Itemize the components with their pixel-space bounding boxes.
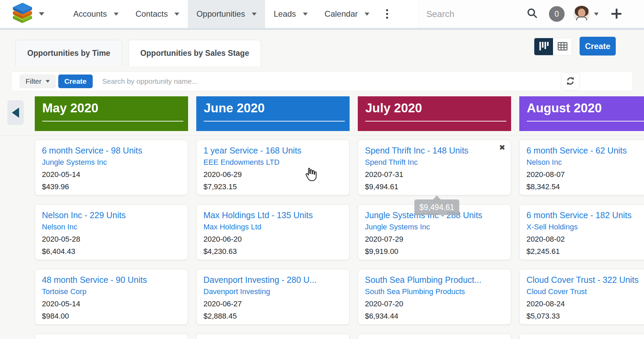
nav-item-contacts[interactable]: Contacts <box>127 0 188 28</box>
close-date: 2020-05-14 <box>42 298 181 310</box>
profile-caret-icon <box>594 13 599 16</box>
nav-more-button[interactable] <box>378 0 396 28</box>
filter-dropdown-button[interactable]: Filter <box>20 75 56 88</box>
column-cards: ✖ 6 month Service - 98 Units Jungle Syst… <box>35 140 188 339</box>
refresh-button[interactable] <box>561 72 580 90</box>
account-name-link[interactable]: EEE Endowments LTD <box>203 156 342 168</box>
chevron-down-icon <box>252 13 257 16</box>
account-name-link[interactable]: Nelson Inc <box>526 156 644 168</box>
notification-badge[interactable]: 0 <box>549 6 565 22</box>
app-logo-icon[interactable] <box>13 3 32 25</box>
column-header: July 2020 <box>358 96 511 131</box>
top-nav: Accounts Contacts Opportunities Leads Ca… <box>0 0 644 28</box>
opportunity-amount: $9,919.00 <box>365 245 504 258</box>
opportunity-card: ✖ 6 month Service - 182 Units X-Sell Hol… <box>519 204 644 260</box>
account-name-link[interactable]: Nelson Inc <box>42 221 181 233</box>
account-name-link[interactable]: X-Sell Holdings <box>526 221 644 233</box>
opportunity-amount: $6,934.44 <box>365 310 504 322</box>
close-date: 2020-08-02 <box>526 233 644 245</box>
opportunity-name-link[interactable]: Nelson Inc - 229 Units <box>42 209 181 221</box>
tab-opportunities-by-sales-stage[interactable]: Opportunities by Sales Stage <box>128 40 261 66</box>
close-date: 2020-06-20 <box>203 233 342 245</box>
chevron-down-icon <box>365 13 369 16</box>
opportunity-name-link[interactable]: 6 month Service - 98 Units <box>42 145 181 156</box>
opportunity-card: ✖ Max Holdings Ltd - 135 Units Max Holdi… <box>196 204 350 260</box>
left-triangle-icon <box>12 108 19 118</box>
opportunity-amount: $8,342.54 <box>526 181 644 193</box>
column-header: May 2020 <box>35 96 188 131</box>
nav-item-leads[interactable]: Leads <box>265 0 316 28</box>
table-view-icon <box>557 42 568 52</box>
opportunity-card: ✖ Davenport Investing - 280 U... Davenpo… <box>196 269 350 325</box>
close-icon[interactable]: ✖ <box>499 144 505 151</box>
account-name-link[interactable]: South Sea Plumbing Products <box>365 286 504 298</box>
nav-item-calendar[interactable]: Calendar <box>316 0 378 28</box>
close-date: 2020-07-29 <box>365 233 504 245</box>
opportunity-amount: $4,230.63 <box>203 245 342 258</box>
opportunity-card: ✖ Cloud Cover Trust - 322 Units Cloud Co… <box>519 269 644 325</box>
kanban-view-button[interactable] <box>534 38 553 55</box>
opportunity-amount: $984.00 <box>42 310 181 322</box>
main-nav-items: Accounts Contacts Opportunities Leads Ca… <box>65 0 378 28</box>
opportunity-card: ✖ Nelson Inc - 229 Units Nelson Inc 2020… <box>35 204 188 260</box>
opportunity-search-input[interactable] <box>102 77 561 85</box>
close-date: 2020-07-31 <box>365 168 504 181</box>
account-name-link[interactable]: Davenport Investing <box>203 286 342 298</box>
plus-icon <box>610 16 623 21</box>
column-cards: ✖ Spend Thrift Inc - 148 Units Spend Thr… <box>358 140 511 339</box>
opportunity-card-partial <box>358 334 511 339</box>
account-name-link[interactable]: Cloud Cover Trust <box>526 286 644 298</box>
opportunity-card: ✖ South Sea Plumbing Product... South Se… <box>358 269 511 325</box>
opportunity-name-link[interactable]: Max Holdings Ltd - 135 Units <box>203 209 342 221</box>
account-name-link[interactable]: Spend Thrift Inc <box>365 156 504 168</box>
account-name-link[interactable]: Tortoise Corp <box>42 286 181 298</box>
table-view-button[interactable] <box>553 38 572 55</box>
close-date: 2020-07-20 <box>365 298 504 310</box>
kanban-column: August 2020 ✖ 6 month Service - 62 Units… <box>519 96 644 339</box>
opportunity-amount: $439.96 <box>42 181 181 193</box>
opportunity-card-partial <box>35 334 188 339</box>
create-opportunity-button[interactable]: Create <box>580 37 616 55</box>
chevron-down-icon <box>174 13 179 16</box>
scroll-previous-button[interactable] <box>7 100 24 125</box>
quick-create-button[interactable] <box>610 7 623 21</box>
opportunity-card-partial <box>519 334 644 339</box>
kanban-columns: May 2020 ✖ 6 month Service - 98 Units Ju… <box>35 96 644 339</box>
opportunity-name-link[interactable]: Cloud Cover Trust - 322 Units <box>526 274 644 286</box>
column-header: August 2020 <box>519 96 644 131</box>
global-search-input[interactable] <box>426 9 524 19</box>
opportunity-amount: $2,888.45 <box>203 310 342 322</box>
chevron-down-icon <box>303 13 308 16</box>
refresh-icon <box>565 76 576 87</box>
view-toggle <box>534 38 572 55</box>
dashboard-tabs: Opportunities by TimeOpportunities by Sa… <box>15 40 261 66</box>
nav-item-opportunities[interactable]: Opportunities <box>188 0 265 28</box>
filter-bar: Filter Create <box>11 71 633 91</box>
opportunity-name-link[interactable]: Spend Thrift Inc - 148 Units <box>365 145 504 156</box>
kanban-column: June 2020 ✖ 1 year Service - 168 Units E… <box>196 96 350 339</box>
search-icon[interactable] <box>526 7 538 20</box>
tab-opportunities-by-time[interactable]: Opportunities by Time <box>15 40 122 66</box>
app-menu-caret-icon[interactable] <box>39 12 44 16</box>
opportunity-name-link[interactable]: 48 month Service - 90 Units <box>42 274 181 286</box>
column-cards: ✖ 1 year Service - 168 Units EEE Endowme… <box>196 140 350 339</box>
opportunity-name-link[interactable]: South Sea Plumbing Product... <box>365 274 504 286</box>
opportunity-card: ✖ Spend Thrift Inc - 148 Units Spend Thr… <box>358 140 511 195</box>
opportunity-name-link[interactable]: Davenport Investing - 280 U... <box>203 274 342 286</box>
account-name-link[interactable]: Max Holdings Ltd <box>203 221 342 233</box>
opportunity-name-link[interactable]: 1 year Service - 168 Units <box>203 145 342 156</box>
account-name-link[interactable]: Jungle Systems Inc <box>365 221 504 233</box>
profile-menu-button[interactable] <box>573 6 599 22</box>
column-header: June 2020 <box>196 96 350 131</box>
filter-create-button[interactable]: Create <box>58 75 93 88</box>
close-date: 2020-06-27 <box>203 298 342 310</box>
avatar <box>573 6 590 22</box>
close-date: 2020-06-29 <box>203 168 342 181</box>
account-name-link[interactable]: Jungle Systems Inc <box>42 156 181 168</box>
nav-item-accounts[interactable]: Accounts <box>65 0 127 28</box>
cursor-pointer-icon <box>303 167 318 183</box>
opportunity-card: ✖ 6 month Service - 98 Units Jungle Syst… <box>35 140 188 195</box>
opportunity-name-link[interactable]: 6 month Service - 62 Units <box>526 145 644 156</box>
opportunity-name-link[interactable]: 6 month Service - 182 Units <box>526 209 644 221</box>
opportunity-amount: $2,245.61 <box>526 245 644 258</box>
